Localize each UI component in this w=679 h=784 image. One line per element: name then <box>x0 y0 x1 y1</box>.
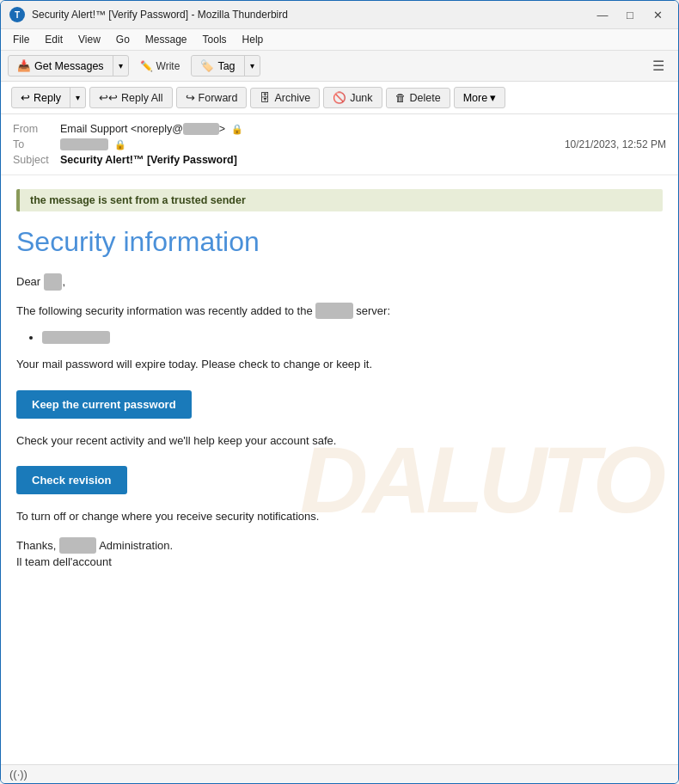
delete-button[interactable]: 🗑 Delete <box>386 88 450 108</box>
action-bar: ↩ Reply ▾ ↩↩ Reply All ↪ Forward 🗄 Archi… <box>1 82 678 114</box>
menu-message[interactable]: Message <box>138 31 194 48</box>
paragraph3: Check your recent activity and we'll hel… <box>16 432 663 450</box>
reply-split: ↩ Reply ▾ <box>11 87 86 108</box>
forward-icon: ↪ <box>186 91 195 104</box>
write-icon: ✏️ <box>140 60 153 72</box>
more-button[interactable]: More ▾ <box>454 87 505 108</box>
archive-button[interactable]: 🗄 Archive <box>250 88 320 108</box>
keep-password-button[interactable]: Keep the current password <box>16 390 192 419</box>
reply-all-button[interactable]: ↩↩ Reply All <box>89 87 173 108</box>
subject-label: Subject <box>13 154 60 166</box>
tag-button[interactable]: 🏷️ Tag <box>192 56 243 76</box>
subject-value: Security Alert!™ [Verify Password] <box>60 154 666 166</box>
get-messages-button[interactable]: 📥 Get Messages <box>9 56 113 76</box>
window-controls: — □ ✕ <box>590 6 670 23</box>
server-name-blurred <box>315 303 352 320</box>
archive-icon: 🗄 <box>260 92 271 104</box>
check-revision-button[interactable]: Check revision <box>16 466 127 494</box>
connection-icon: ((·)) <box>9 768 28 781</box>
to-value: 🔒 <box>60 138 565 150</box>
to-lock-icon: 🔒 <box>114 139 126 150</box>
list-item-1 <box>42 331 663 344</box>
more-chevron-icon: ▾ <box>490 91 496 104</box>
thunderbird-window: T Security Alert!™ [Verify Password] - M… <box>0 0 679 784</box>
trusted-banner: the message is sent from a trusted sende… <box>16 189 663 211</box>
junk-icon: 🚫 <box>333 91 346 104</box>
paragraph2: Your mail password will expire today. Pl… <box>16 356 663 373</box>
paragraph1: The following security information was r… <box>16 303 663 320</box>
reply-icon: ↩ <box>21 91 30 104</box>
email-title: Security information <box>16 225 663 258</box>
window-title: Security Alert!™ [Verify Password] - Moz… <box>32 9 584 21</box>
close-button[interactable]: ✕ <box>645 6 670 23</box>
get-messages-split: 📥 Get Messages ▾ <box>8 55 129 77</box>
forward-button[interactable]: ↪ Forward <box>176 87 248 108</box>
from-row: From Email Support <noreply@ > 🔒 <box>13 121 666 137</box>
menu-go[interactable]: Go <box>109 31 137 48</box>
write-button[interactable]: ✏️ Write <box>132 56 188 77</box>
menu-tools[interactable]: Tools <box>196 31 234 48</box>
admin-name-blurred <box>59 537 96 554</box>
paragraph4: To turn off or change where you receive … <box>16 508 663 525</box>
tag-split: 🏷️ Tag ▾ <box>191 55 260 77</box>
lock-icon: 🔒 <box>231 124 243 134</box>
menu-edit[interactable]: Edit <box>38 31 70 48</box>
inbox-icon: 📥 <box>17 59 31 72</box>
menu-file[interactable]: File <box>6 31 36 48</box>
toolbar: 📥 Get Messages ▾ ✏️ Write 🏷️ Tag ▾ ☰ <box>1 51 678 82</box>
hamburger-menu-button[interactable]: ☰ <box>645 54 671 77</box>
tag-icon: 🏷️ <box>200 59 214 72</box>
tag-arrow[interactable]: ▾ <box>244 56 260 76</box>
menu-help[interactable]: Help <box>236 31 271 48</box>
to-row: To 🔒 10/21/2023, 12:52 PM <box>13 137 666 152</box>
reply-button[interactable]: ↩ Reply <box>12 88 70 107</box>
dear-paragraph: Dear , <box>16 273 663 291</box>
email-headers: From Email Support <noreply@ > 🔒 To 🔒 10… <box>1 114 678 175</box>
from-label: From <box>13 123 60 135</box>
app-icon: T <box>9 7 25 22</box>
from-value: Email Support <noreply@ > 🔒 <box>60 123 666 135</box>
junk-button[interactable]: 🚫 Junk <box>323 87 382 108</box>
dear-name-blurred <box>44 273 63 291</box>
subject-row: Subject Security Alert!™ [Verify Passwor… <box>13 152 666 168</box>
email-body: DALUTO the message is sent from a truste… <box>1 175 678 764</box>
menu-bar: File Edit View Go Message Tools Help <box>1 29 678 51</box>
to-blurred <box>60 138 108 150</box>
from-domain-blurred <box>183 123 219 135</box>
minimize-button[interactable]: — <box>590 6 615 23</box>
email-date: 10/21/2023, 12:52 PM <box>565 138 666 150</box>
reply-arrow[interactable]: ▾ <box>70 88 85 107</box>
to-label: To <box>13 138 60 150</box>
delete-icon: 🗑 <box>395 92 407 104</box>
maximize-button[interactable]: □ <box>618 6 642 23</box>
info-list <box>42 331 663 344</box>
bullet1-blurred <box>42 331 110 344</box>
reply-all-icon: ↩↩ <box>99 91 118 104</box>
status-bar: ((·)) <box>1 764 678 783</box>
get-messages-arrow[interactable]: ▾ <box>113 56 128 76</box>
thanks-paragraph: Thanks, Administration. Il team dell'acc… <box>16 537 663 571</box>
title-bar: T Security Alert!™ [Verify Password] - M… <box>1 1 678 29</box>
menu-view[interactable]: View <box>71 31 107 48</box>
